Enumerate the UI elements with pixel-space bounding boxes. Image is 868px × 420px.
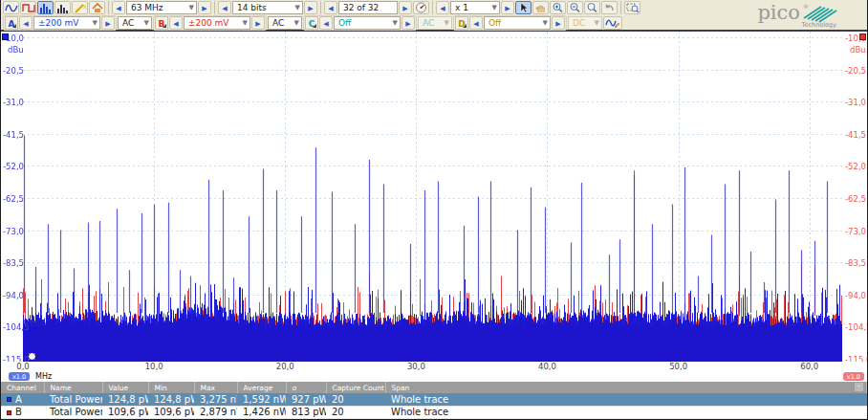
measurement-cell-capture_count: 20 — [326, 393, 385, 406]
y-tick-label-left: -52,0 — [3, 162, 22, 171]
y-axis-unit-left: dBu — [8, 45, 24, 55]
panel-minimize-icon[interactable]: - — [855, 383, 863, 391]
y-tick-label-right: -73,0 — [845, 227, 866, 236]
channel-a-range-next-button[interactable]: ▶ — [101, 16, 115, 30]
zoom-factor-select[interactable]: x 1▼ — [450, 1, 500, 14]
buffer-overview-button[interactable] — [413, 1, 429, 14]
x-tick-label: 60,0 — [800, 362, 818, 371]
channel-b-range-prev-button[interactable]: ◀ — [169, 16, 183, 30]
measurements-column-header: Name — [44, 382, 102, 393]
zoom-full-tool-button[interactable] — [584, 1, 600, 14]
probe-wizard-button[interactable] — [72, 1, 88, 14]
channel-c-range-select[interactable]: Off▼ — [334, 16, 401, 30]
cursor-arrow-icon — [518, 2, 530, 13]
channel-c-button[interactable]: C — [305, 16, 318, 30]
buffer-prev-button[interactable]: ◀ — [324, 1, 337, 14]
y-tick-label-right: -104,5 — [845, 322, 868, 332]
resolution-next-button[interactable]: ▶ — [304, 1, 317, 14]
x-tick-label: 0,0 — [16, 362, 30, 371]
measurement-row[interactable]: ATotal Power124,8 pW124,8 pW3,275 nW1,59… — [1, 393, 867, 406]
channel-b-range-next-button[interactable]: ▶ — [251, 16, 265, 30]
measurement-row[interactable]: BTotal Power109,6 pW109,6 pW2,879 nW1,42… — [1, 406, 867, 418]
channel-a-offset-marker[interactable] — [2, 33, 9, 40]
channel-c-range-prev-button[interactable]: ◀ — [319, 16, 333, 30]
y-tick-label-right: -41,5 — [845, 130, 866, 140]
channel-a-range-select[interactable]: ±200 mV▼ — [33, 16, 100, 30]
picoscope-window: ◀ 63 MHz▼ ▶ ◀ 14 bits▼ ▶ ◀ 32 of 32 ▶ ◀ … — [0, 0, 868, 420]
pan-tool-button[interactable] — [532, 1, 549, 14]
home-button[interactable] — [89, 1, 105, 14]
measurements-header-row: ChannelNameValueMinMaxAverageσCapture Co… — [1, 382, 867, 393]
channel-a-coupling-select[interactable]: AC▼ — [118, 16, 152, 30]
spectrum-view-button[interactable] — [37, 1, 54, 14]
x-tick-label: 30,0 — [407, 362, 425, 371]
buffer-position-field[interactable]: 32 of 32 — [338, 1, 398, 14]
signal-generator-button[interactable] — [603, 16, 622, 30]
wand-icon — [74, 3, 87, 13]
channel-d-range-select[interactable]: Off▼ — [484, 16, 551, 30]
measurements-column-header: Average — [237, 382, 286, 393]
y-tick-label-left: -73,0 — [3, 227, 22, 236]
measurement-cell-max: 2,879 nW — [194, 406, 237, 418]
caret-down-icon: ▼ — [492, 4, 497, 11]
persistence-view-button[interactable] — [54, 1, 71, 14]
channel-c-coupling-select[interactable]: AC▼ — [418, 16, 452, 30]
zoom-out-tool-button[interactable] — [567, 1, 583, 14]
sample-rate-next-button[interactable]: ▶ — [198, 1, 211, 14]
channel-b-coupling-select[interactable]: AC▼ — [268, 16, 302, 30]
channel-d-coupling-select[interactable]: DC▼ — [568, 16, 602, 30]
pico-logo-text: pico — [757, 1, 800, 24]
undo-zoom-button[interactable] — [601, 1, 618, 14]
measurement-cell-span: Whole trace — [385, 393, 867, 406]
toolbar-separator — [320, 1, 321, 14]
measurement-cell-capture_count: 20 — [326, 406, 385, 418]
caret-down-icon: ▼ — [243, 19, 248, 27]
marquee-zoom-button[interactable] — [624, 1, 640, 14]
zoom-badge-left[interactable]: x1.0 — [9, 372, 30, 381]
channel-c-range-next-button[interactable]: ▶ — [401, 16, 415, 30]
measurement-cell-average: 1,592 nW — [237, 393, 286, 406]
channel-a-range-prev-button[interactable]: ◀ — [19, 16, 33, 30]
buffer-position-value: 32 of 32 — [343, 3, 379, 12]
compass-icon — [415, 2, 427, 13]
hand-icon — [534, 2, 547, 13]
caret-down-icon: ▼ — [144, 19, 149, 27]
resolution-prev-button[interactable]: ◀ — [218, 1, 231, 14]
spectrum-plot[interactable]: -10,0-20,5-31,0-41,5-52,0-62,5-73,0-83,5… — [1, 32, 867, 362]
zoom-factor-prev-button[interactable]: ◀ — [436, 1, 449, 14]
y-tick-label-left: -104,5 — [3, 322, 22, 332]
measurements-column-header: Channel — [1, 382, 44, 393]
channel-d-range-next-button[interactable]: ▶ — [552, 16, 565, 30]
channel-b-button[interactable]: B — [155, 16, 168, 30]
measurement-cell-value: 109,6 pW — [102, 406, 148, 418]
channel-b-range-select[interactable]: ±200 mV▼ — [184, 16, 250, 30]
zoom-factor-next-button[interactable]: ▶ — [501, 1, 514, 14]
sample-rate-select[interactable]: 63 MHz▼ — [126, 1, 197, 14]
channel-d-group: D ◀ Off▼ ▶ — [453, 15, 567, 31]
y-tick-label-left: -31,0 — [3, 98, 22, 107]
buffer-next-button[interactable]: ▶ — [399, 1, 412, 14]
resolution-select[interactable]: 14 bits▼ — [232, 1, 303, 14]
scope-view-button[interactable] — [3, 1, 19, 14]
xy-view-button[interactable] — [20, 1, 36, 14]
channel-d-range-value: Off — [488, 18, 501, 28]
sample-rate-prev-button[interactable]: ◀ — [112, 1, 125, 14]
measurements-column-header: Min — [148, 382, 194, 393]
ground-reference-marker[interactable] — [29, 353, 35, 360]
channel-b-offset-marker[interactable] — [859, 33, 866, 40]
toolbar-separator — [620, 1, 621, 14]
measurement-cell-sigma: 813 pW — [286, 406, 326, 418]
zoom-badge-right[interactable]: x1.0 — [843, 372, 864, 381]
square-wave-icon — [22, 3, 35, 13]
axis-unit-row: x1.0 MHz x1.0 — [1, 372, 867, 382]
measurement-cell-name: Total Power — [44, 393, 102, 406]
measurements-table: ChannelNameValueMinMaxAverageσCapture Co… — [1, 382, 867, 419]
marquee-zoom-icon — [626, 2, 640, 13]
spectrum-canvas[interactable] — [23, 32, 842, 362]
channel-d-button[interactable]: D — [455, 16, 468, 30]
zoom-in-tool-button[interactable] — [550, 1, 566, 14]
y-tick-label-left: -20,5 — [3, 66, 22, 76]
channel-a-button[interactable]: A — [5, 16, 18, 30]
channel-d-range-prev-button[interactable]: ◀ — [469, 16, 483, 30]
pointer-tool-button[interactable] — [515, 1, 532, 14]
